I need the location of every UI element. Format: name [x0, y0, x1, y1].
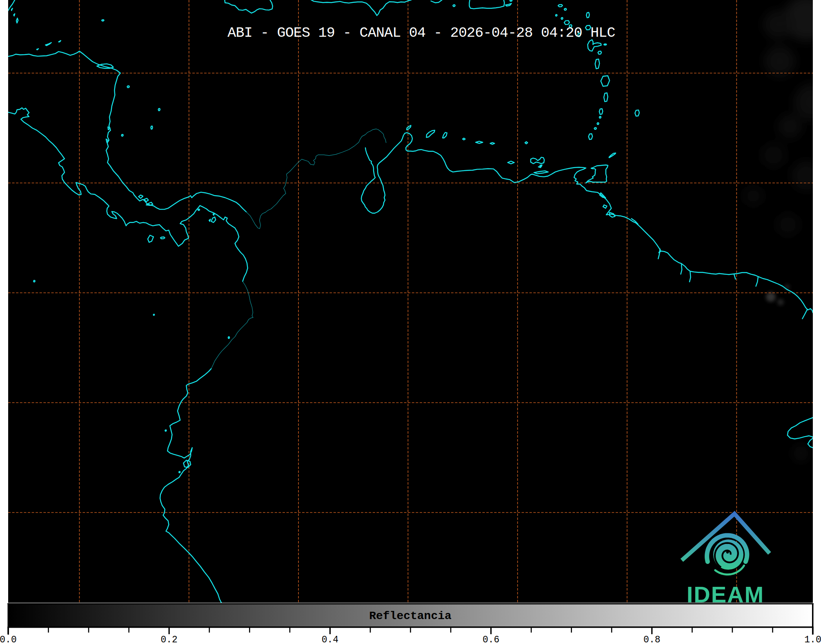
svg-text:0.0: 0.0 — [0, 635, 17, 644]
svg-text:0.4: 0.4 — [322, 635, 338, 644]
svg-text:Reflectancia: Reflectancia — [369, 610, 452, 622]
svg-text:ABI - GOES 19 - CANAL 04 - 202: ABI - GOES 19 - CANAL 04 - 2026-04-28 04… — [227, 25, 615, 41]
svg-text:0.2: 0.2 — [160, 635, 177, 644]
svg-text:0.8: 0.8 — [643, 635, 660, 644]
svg-text:0.6: 0.6 — [483, 635, 499, 644]
svg-text:1.0: 1.0 — [804, 635, 821, 644]
